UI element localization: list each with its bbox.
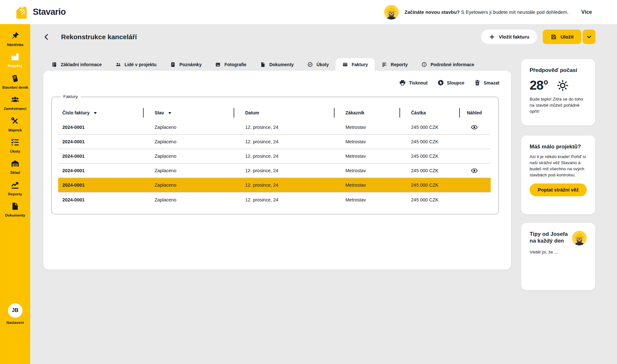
header-actions: Vložit fakturu Uložit	[481, 30, 595, 44]
sidebar-item-dokumenty[interactable]: Dokumenty	[0, 202, 30, 218]
chart-icon	[11, 181, 20, 190]
stavario-logo[interactable]: Stavario	[14, 5, 66, 19]
tab-label: Úkoly	[317, 62, 329, 67]
column-header-datum[interactable]: Datum	[234, 105, 334, 120]
sidebar-item-ukoly[interactable]: Úkoly	[0, 138, 30, 154]
invoice-amount: 245 000 CZK	[399, 120, 459, 134]
tab-dokumenty[interactable]: Dokumenty	[253, 58, 300, 71]
weather-card: Předpověď počasí 28° Bude teplo! Zítra s…	[521, 59, 595, 125]
column-header-nahled: Náhled	[459, 105, 489, 120]
delete-button[interactable]: Smazat	[474, 79, 499, 86]
people-icon	[115, 62, 121, 67]
people-icon	[11, 95, 20, 104]
invoice-date: 12. prosince, 24	[234, 178, 334, 192]
save-label: Uložit	[560, 34, 574, 40]
tab-podrobne-informace[interactable]: Podrobné informace	[415, 58, 481, 71]
sidebar-item-sklad[interactable]: Sklad	[0, 159, 30, 175]
invoice-number: 2024-0001	[58, 192, 143, 207]
invoice-customer: Metrostav	[334, 164, 399, 178]
table-row[interactable]: 2024-0001 Zaplaceno 12. prosince, 24 Met…	[58, 135, 491, 149]
column-label: Číslo faktury	[62, 110, 90, 115]
tab-poznamky[interactable]: Poznámky	[163, 58, 208, 71]
sidebar-item-reporty[interactable]: Reporty	[0, 181, 30, 196]
chevron-down-icon	[586, 34, 592, 40]
factory-icon	[11, 52, 20, 61]
print-button[interactable]: Tisknout	[399, 79, 427, 86]
sidebar-label: Nástěnka	[6, 42, 24, 47]
weather-text: Bude teplo! Zítra se do toho na stavbě m…	[530, 96, 587, 115]
tab-fotografie[interactable]: Fotografie	[208, 58, 253, 71]
table-row[interactable]: 2024-0001 Zaplaceno 12. prosince, 24 Met…	[58, 164, 491, 178]
sidebar-label: Úkoly	[9, 149, 21, 154]
save-dropdown-button[interactable]	[583, 30, 595, 44]
invoice-status: Zaplaceno	[143, 192, 234, 207]
tab-zakladni-informace[interactable]: Základní informace	[45, 58, 109, 71]
plus-icon	[489, 34, 495, 40]
filter-icon[interactable]	[94, 111, 97, 115]
table-row[interactable]: 2024-0001 Zaplaceno 12. prosince, 24 Met…	[58, 149, 491, 164]
back-button[interactable]	[42, 33, 51, 41]
sidebar-item-stavebni-denik[interactable]: Stavební deník	[0, 74, 30, 90]
tips-card: Tipy od Josefa na každý den Věděl jsi, ž…	[521, 223, 595, 290]
tab-label: Fotografie	[224, 62, 246, 67]
filter-icon[interactable]	[168, 111, 172, 115]
promo-message-bold: Začínáte novou stavbu?	[405, 9, 460, 15]
column-header-castka[interactable]: Částka	[399, 105, 459, 120]
sidebar-label: Stavební deník	[1, 85, 29, 90]
tab-ukoly[interactable]: Úkoly	[300, 58, 335, 71]
invoice-number: 2024-0001	[58, 120, 143, 134]
project-tabs: Základní informace Lidé v projektu Pozná…	[45, 58, 481, 71]
table-row[interactable]: 2024-0001 Zaplaceno 12. prosince, 24 Met…	[58, 120, 491, 135]
eye-preview-icon[interactable]	[471, 167, 478, 174]
sidebar-label: Dokumenty	[4, 213, 26, 218]
checklist-icon	[11, 138, 20, 147]
invoices-fieldset: Faktury Číslo faktury Stav Datum	[51, 97, 499, 214]
invoice-status: Zaplaceno	[143, 149, 234, 163]
invoice-number: 2024-0001	[58, 149, 143, 163]
invoice-preview-cell	[459, 164, 489, 178]
table-row-selected[interactable]: 2024-0001 Zaplaceno 12. prosince, 24 Met…	[58, 178, 491, 192]
invoice-preview-cell	[459, 178, 489, 192]
topbar-promo-area: Začínáte novou stavbu? S Eyetowers ji bu…	[384, 5, 592, 20]
table-header-row: Číslo faktury Stav Datum Zákazník Část	[58, 105, 491, 120]
house-logo-icon	[14, 5, 29, 19]
journal-icon	[11, 74, 20, 83]
tab-faktury[interactable]: Faktury	[335, 58, 375, 71]
sidebar-item-majetek[interactable]: Majetek	[0, 117, 30, 132]
invoice-amount: 245 000 CZK	[399, 192, 459, 207]
more-link[interactable]: Více	[581, 9, 592, 15]
cursor-circle-icon	[437, 79, 444, 86]
column-header-cislo-faktury[interactable]: Číslo faktury	[58, 105, 143, 120]
save-button[interactable]: Uložit	[543, 30, 581, 44]
sidebar-label: Projekty	[7, 64, 23, 68]
tips-header: Tipy od Josefa na každý den	[530, 231, 587, 245]
tab-lide-v-projektu[interactable]: Lidé v projektu	[109, 58, 164, 71]
column-header-stav[interactable]: Stav	[143, 105, 234, 120]
sidebar-item-zamestnanci[interactable]: Zaměstnanci	[0, 95, 30, 111]
tab-reporty[interactable]: Reporty	[375, 58, 415, 71]
sun-icon	[557, 79, 569, 92]
tab-label: Dokumenty	[269, 62, 294, 67]
insert-invoice-button[interactable]: Vložit fakturu	[481, 30, 537, 44]
eye-preview-icon[interactable]	[471, 124, 478, 131]
invoices-card: Tisknout Sloupce Smazat Faktur	[43, 71, 511, 270]
check-circle-icon	[307, 62, 313, 67]
photo-icon	[215, 62, 221, 67]
column-header-zakaznik[interactable]: Zákazník	[334, 105, 399, 120]
sidebar: Nástěnka Projekty Stavební deník Zaměstn…	[0, 24, 30, 364]
sidebar-item-nastaveni[interactable]: Nastavení	[6, 320, 24, 325]
column-label: Náhled	[467, 110, 482, 115]
sidebar-item-nastenka[interactable]: Nástěnka	[0, 31, 30, 47]
sidebar-item-projekty[interactable]: Projekty	[0, 52, 30, 68]
invoice-customer: Metrostav	[334, 135, 399, 149]
user-avatar-initials[interactable]: JB	[8, 303, 22, 318]
pin-icon	[11, 31, 20, 40]
delete-label: Smazat	[484, 80, 499, 85]
invoice-status: Zaplaceno	[143, 164, 234, 178]
request-watchtower-button[interactable]: Poptat strážní věž	[530, 183, 587, 196]
columns-button[interactable]: Sloupce	[437, 79, 464, 86]
invoice-date: 12. prosince, 24	[234, 135, 334, 149]
invoice-customer: Metrostav	[334, 178, 399, 192]
tab-label: Základní informace	[61, 62, 102, 67]
table-row[interactable]: 2024-0001 Zaplaceno 12. prosince, 24 Met…	[58, 192, 491, 207]
